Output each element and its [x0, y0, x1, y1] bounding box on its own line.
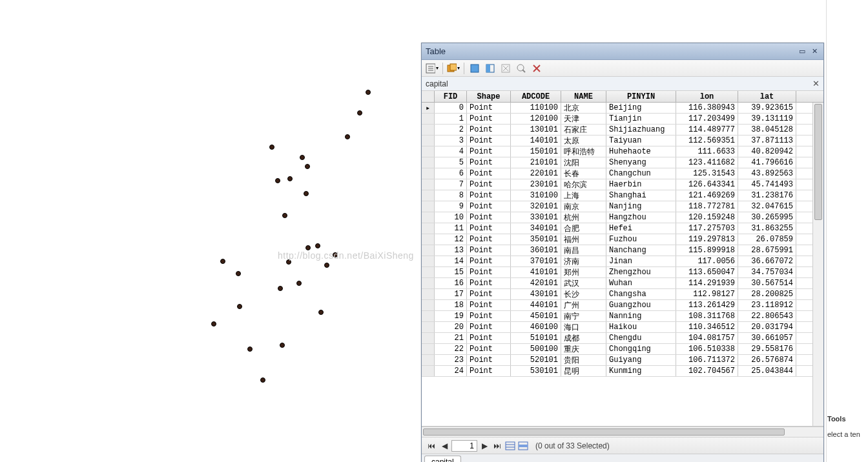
map-point[interactable] [305, 245, 311, 250]
map-point[interactable] [280, 343, 285, 348]
table-row[interactable]: 19Point450101南宁Nanning108.31176822.80654… [422, 311, 823, 322]
map-point[interactable] [236, 271, 241, 276]
watermark-text: http://blog.csdn.net/BaiXiSheng [278, 250, 414, 261]
side-panel: Tools elect a ten [826, 0, 868, 462]
table-layer-bar: capital ✕ [422, 77, 823, 91]
map-point[interactable] [324, 263, 329, 268]
show-selected-records-icon[interactable] [517, 440, 529, 452]
table-row[interactable]: 21Point510101成都Chengdu104.08175730.66105… [422, 333, 823, 344]
table-row[interactable]: 4Point150101呼和浩特Huhehaote111.663340.8209… [422, 146, 823, 157]
map-point[interactable] [366, 90, 371, 95]
dock-button[interactable]: ▭ [797, 47, 807, 56]
map-point[interactable] [260, 377, 265, 383]
map-point[interactable] [296, 281, 302, 286]
next-record-button[interactable]: ▶ [479, 440, 490, 452]
table-row[interactable]: 5Point210101沈阳Shenyang123.41168241.79661… [422, 157, 823, 168]
table-row[interactable]: 6Point220101长春Changchun125.3154343.89256… [422, 168, 823, 179]
first-record-button[interactable]: ⏮ [426, 440, 437, 452]
map-point[interactable] [287, 176, 293, 181]
table-row[interactable]: 10Point330101杭州Hangzhou120.15924830.2659… [422, 212, 823, 223]
svg-rect-5 [450, 64, 457, 70]
svg-line-13 [522, 70, 525, 72]
zoom-selection-icon[interactable] [515, 62, 528, 75]
map-point[interactable] [211, 321, 216, 326]
side-panel-content: Tools elect a ten [826, 413, 868, 440]
table-row[interactable]: 23Point520101贵阳Guiyang106.71137226.57687… [422, 355, 823, 366]
selection-status: (0 out of 33 Selected) [535, 441, 610, 450]
horizontal-scrollbar[interactable] [422, 427, 823, 437]
side-panel-title: Tools [827, 415, 867, 423]
related-tables-icon[interactable]: ▾ [447, 62, 460, 75]
svg-rect-20 [519, 445, 528, 447]
svg-rect-16 [506, 442, 515, 450]
table-row[interactable]: ▸0Point110100北京Beijing116.38094339.92361… [422, 103, 823, 114]
record-navigator: ⏮ ◀ ▶ ⏭ (0 out of 33 Selected) [422, 437, 823, 454]
map-point[interactable] [318, 310, 324, 315]
clear-selection-icon[interactable] [499, 62, 512, 75]
table-title: Table [426, 46, 795, 56]
side-panel-hint: elect a ten [827, 430, 867, 438]
table-row[interactable]: 7Point230101哈尔滨Haerbin126.64334145.74149… [422, 179, 823, 190]
table-tabs: capital [422, 454, 823, 462]
map-point[interactable] [278, 286, 283, 291]
table-row[interactable]: 18Point440101广州Guangzhou113.26142923.118… [422, 300, 823, 311]
map-point[interactable] [304, 191, 309, 196]
vertical-scrollbar[interactable] [812, 103, 823, 426]
attribute-table-window: Table ▭ ✕ ▾ ▾ capital ✕ FIDShapeADCODENA… [421, 43, 824, 462]
table-toolbar: ▾ ▾ [422, 60, 823, 77]
map-point[interactable] [300, 155, 305, 160]
table-row[interactable]: 11Point340101合肥Hefei117.27570331.863255 [422, 223, 823, 234]
record-number-input[interactable] [451, 440, 477, 452]
table-row[interactable]: 3Point140101太原Taiyuan112.56935137.871113 [422, 136, 823, 146]
table-row[interactable]: 20Point460100海口Haikou110.34651220.031794 [422, 322, 823, 333]
delete-selected-icon[interactable] [530, 62, 543, 75]
table-row[interactable]: 1Point120100天津Tianjin117.20349939.131119 [422, 114, 823, 125]
map-point[interactable] [282, 213, 287, 218]
table-row[interactable]: 22Point500100重庆Chongqing106.51033829.558… [422, 344, 823, 355]
table-row[interactable]: 2Point130101石家庄Shijiazhuang114.48977738.… [422, 125, 823, 136]
map-point[interactable] [275, 178, 280, 183]
table-grid[interactable]: FIDShapeADCODENAMEPINYINlonlat▸0Point110… [422, 91, 823, 427]
table-row[interactable]: 13Point360101南昌Nanchang115.89991828.6759… [422, 245, 823, 256]
show-all-records-icon[interactable] [504, 440, 516, 452]
table-row[interactable]: 12Point350101福州Fuzhou119.29781326.07859 [422, 234, 823, 245]
table-row[interactable]: 24Point530101昆明Kunming102.70456725.04384… [422, 366, 823, 377]
map-point[interactable] [220, 259, 225, 264]
table-row[interactable]: 8Point310100上海Shanghai121.46926931.23817… [422, 190, 823, 201]
map-point[interactable] [357, 110, 362, 115]
select-by-attributes-icon[interactable] [468, 62, 481, 75]
map-point[interactable] [237, 304, 242, 309]
map-point[interactable] [315, 243, 320, 248]
close-button[interactable]: ✕ [809, 47, 820, 56]
table-row[interactable]: 9Point320101南京Nanjing118.77278132.047615 [422, 201, 823, 212]
table-layer-name: capital [426, 79, 448, 88]
table-tab-capital[interactable]: capital [424, 456, 461, 462]
map-point[interactable] [269, 145, 274, 150]
svg-rect-8 [486, 65, 490, 72]
close-layer-tab-icon[interactable]: ✕ [812, 79, 820, 88]
table-row[interactable]: 16Point420101武汉Wuhan114.29193930.567514 [422, 278, 823, 289]
switch-selection-icon[interactable] [484, 62, 497, 75]
prev-record-button[interactable]: ◀ [439, 440, 450, 452]
table-row[interactable]: 14Point370101济南Jinan117.005636.667072 [422, 256, 823, 267]
table-titlebar[interactable]: Table ▭ ✕ [422, 43, 823, 60]
map-point[interactable] [345, 134, 350, 139]
table-row[interactable]: 15Point410101郑州Zhengzhou113.65004734.757… [422, 267, 823, 278]
map-point[interactable] [247, 346, 253, 352]
table-options-icon[interactable]: ▾ [426, 62, 439, 75]
last-record-button[interactable]: ⏭ [491, 440, 503, 452]
map-point[interactable] [305, 164, 310, 169]
table-row[interactable]: 17Point430101长沙Changsha112.9812728.20082… [422, 289, 823, 300]
svg-rect-6 [471, 65, 479, 72]
